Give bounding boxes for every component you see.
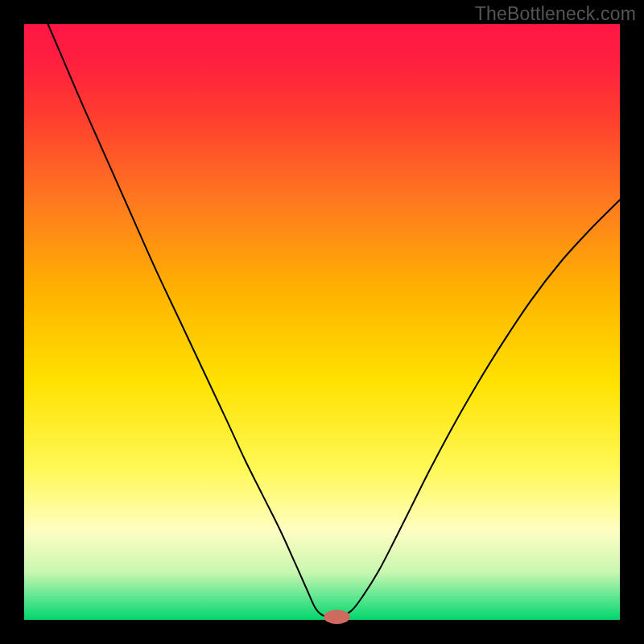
watermark-text: TheBottleneck.com	[475, 3, 636, 25]
chart-container: TheBottleneck.com	[0, 0, 644, 644]
optimal-marker	[324, 609, 350, 624]
chart-gradient-bg	[24, 24, 620, 620]
bottleneck-chart	[0, 0, 644, 644]
